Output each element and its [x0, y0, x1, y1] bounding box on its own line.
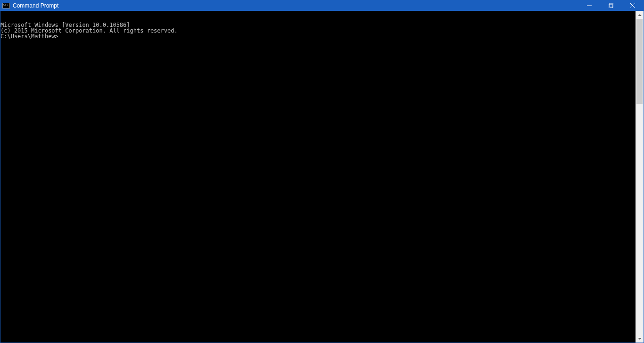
- vertical-scrollbar[interactable]: [636, 11, 644, 343]
- svg-rect-1: [609, 4, 612, 8]
- scrollbar-track[interactable]: [636, 19, 644, 335]
- prompt-line: C:\Users\Matthew>: [0, 33, 636, 39]
- terminal-output[interactable]: Microsoft Windows [Version 10.0.10586](c…: [0, 11, 636, 343]
- copyright-line: (c) 2015 Microsoft Corporation. All righ…: [0, 28, 636, 33]
- minimize-button[interactable]: [578, 0, 600, 11]
- scroll-down-button[interactable]: [636, 335, 644, 343]
- window-title: Command Prompt: [13, 2, 578, 9]
- chevron-up-icon: [638, 14, 642, 16]
- window-controls: [578, 0, 644, 11]
- content-area: Microsoft Windows [Version 10.0.10586](c…: [0, 11, 644, 343]
- scrollbar-thumb[interactable]: [636, 19, 643, 104]
- svg-rect-2: [610, 3, 613, 7]
- command-prompt-icon: [2, 2, 10, 9]
- titlebar[interactable]: Command Prompt: [0, 0, 644, 11]
- close-button[interactable]: [622, 0, 644, 11]
- chevron-down-icon: [638, 338, 642, 340]
- command-prompt-window: Command Prompt Microsoft Windows [Versio…: [0, 0, 644, 343]
- scroll-up-button[interactable]: [636, 11, 644, 19]
- maximize-button[interactable]: [600, 0, 622, 11]
